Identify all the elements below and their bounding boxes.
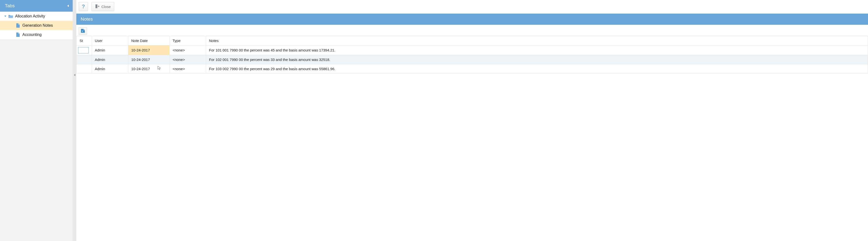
- cell-notes[interactable]: For 103 002 7990 00 the percent was 29 a…: [206, 64, 868, 73]
- folder-open-icon: [8, 14, 13, 19]
- table-row[interactable]: Admin 10-24-2017 <none> For 103 002 7990…: [76, 64, 868, 73]
- svg-marker-0: [67, 5, 69, 7]
- cell-note-date[interactable]: 10-24-2017: [128, 45, 170, 55]
- cell-notes[interactable]: For 102 001 7990 00 the percent was 33 a…: [206, 55, 868, 64]
- toolbar: ? Close: [76, 0, 868, 13]
- tree-item-generation-notes[interactable]: Generation Notes: [0, 21, 73, 30]
- sidebar: Tabs Allocation Activity Generation Note…: [0, 0, 73, 241]
- sidebar-collapse-icon[interactable]: [67, 3, 69, 8]
- mouse-cursor-icon: [157, 66, 161, 70]
- cell-st[interactable]: [76, 45, 92, 55]
- tree-item-accounting[interactable]: Accounting: [0, 30, 73, 39]
- close-button[interactable]: Close: [91, 2, 114, 11]
- cell-notes[interactable]: For 101 001 7990 00 the percent was 45 a…: [206, 45, 868, 55]
- cell-user[interactable]: Admin: [92, 64, 128, 73]
- svg-marker-4: [95, 4, 97, 8]
- tree-item-label: Generation Notes: [22, 23, 53, 28]
- sidebar-title: Tabs: [5, 3, 14, 8]
- help-button[interactable]: ?: [79, 2, 88, 11]
- col-header-st[interactable]: St: [76, 36, 92, 45]
- splitter-collapse-icon[interactable]: [73, 72, 76, 78]
- splitter[interactable]: [73, 0, 76, 241]
- cell-note-date[interactable]: 10-24-2017: [128, 64, 170, 73]
- cell-type[interactable]: <none>: [170, 55, 206, 64]
- tree-item-allocation-activity[interactable]: Allocation Activity: [0, 12, 73, 21]
- table-row[interactable]: Admin 10-24-2017 <none> For 101 001 7990…: [76, 45, 868, 55]
- svg-text:x: x: [82, 30, 83, 33]
- cell-user[interactable]: Admin: [92, 45, 128, 55]
- table-header-row: St User Note Date Type Notes: [76, 36, 868, 45]
- notes-table: St User Note Date Type Notes Admin 10-24…: [76, 36, 868, 73]
- col-header-user[interactable]: User: [92, 36, 128, 45]
- main: ? Close Notes x: [76, 0, 868, 241]
- close-button-label: Close: [101, 5, 111, 9]
- svg-marker-1: [4, 15, 6, 17]
- svg-marker-2: [74, 74, 75, 76]
- col-header-type[interactable]: Type: [170, 36, 206, 45]
- table-row[interactable]: Admin 10-24-2017 <none> For 102 001 7990…: [76, 55, 868, 64]
- tree-item-label: Allocation Activity: [15, 14, 45, 19]
- cell-type[interactable]: <none>: [170, 45, 206, 55]
- sidebar-empty-area: [0, 39, 73, 241]
- grid-toolbar: x: [76, 26, 868, 36]
- panel-header: Notes: [76, 13, 868, 25]
- cell-type[interactable]: <none>: [170, 64, 206, 73]
- help-icon: ?: [82, 4, 85, 9]
- tree-item-label: Accounting: [22, 33, 41, 37]
- col-header-notedate[interactable]: Note Date: [128, 36, 170, 45]
- cell-note-date[interactable]: 10-24-2017: [128, 55, 170, 64]
- row-selection-marker: [78, 47, 89, 54]
- cell-note-date-text: 10-24-2017: [131, 67, 150, 71]
- nav-tree: Allocation Activity Generation Notes Acc…: [0, 12, 73, 39]
- file-icon: [16, 32, 21, 37]
- sidebar-header: Tabs: [0, 0, 73, 12]
- cell-st[interactable]: [76, 64, 92, 73]
- excel-icon: x: [81, 29, 85, 34]
- export-excel-button[interactable]: x: [79, 27, 87, 35]
- cell-user[interactable]: Admin: [92, 55, 128, 64]
- panel-title: Notes: [81, 16, 93, 22]
- door-exit-icon: [95, 4, 99, 9]
- cell-st[interactable]: [76, 55, 92, 64]
- caret-down-icon[interactable]: [4, 15, 7, 18]
- file-icon: [16, 23, 21, 28]
- col-header-notes[interactable]: Notes: [206, 36, 868, 45]
